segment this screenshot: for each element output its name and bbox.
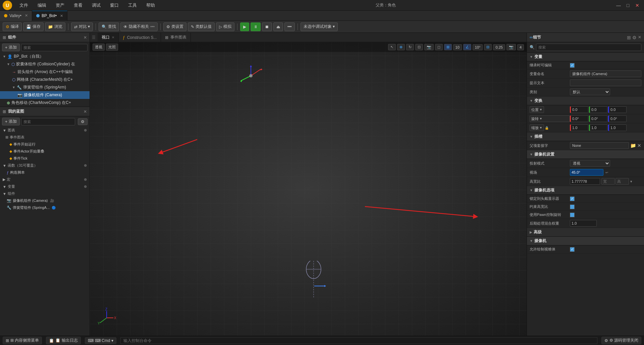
menu-tools[interactable]: 工具 (126, 2, 139, 9)
prop-aspect-h-input[interactable] (615, 178, 629, 185)
menu-window[interactable]: 窗口 (108, 2, 121, 9)
tab-valley[interactable]: Valley• ✕ (0, 11, 32, 21)
slots-section-header[interactable]: ▼ 插槽 (527, 132, 644, 141)
rotate-button[interactable]: ↻ (406, 44, 414, 50)
transform-section-header[interactable]: ▼ 变换 (527, 97, 644, 105)
socket-browse-icon[interactable]: 📁 (630, 143, 636, 148)
components-search-input[interactable] (21, 44, 88, 51)
camera-settings-section-header[interactable]: ▼ 摄像机设置 (527, 150, 644, 159)
angle-value[interactable]: 10° (473, 44, 483, 50)
scale-x-input[interactable] (570, 124, 588, 131)
prop-draw-frustum-checkbox[interactable] (570, 247, 575, 252)
cmd-button[interactable]: ⌨ ⌨ Cmd ▾ (85, 337, 116, 344)
prop-post-blend-input[interactable] (570, 220, 597, 227)
fov-reset-icon[interactable]: ↩ (605, 171, 608, 174)
tree-item-mesh[interactable]: ⬡ 网格体 (CharacterMesh0) 在C+ (0, 76, 90, 83)
camera-options-section-header[interactable]: ▼ 摄像机选项 (527, 186, 644, 195)
components-close-button[interactable]: ✕ (84, 35, 87, 40)
bp-components-section-header[interactable]: ▼ 组件 (0, 190, 90, 197)
close-button[interactable]: ✕ (633, 1, 641, 9)
translate-button[interactable]: ⊕ (397, 44, 405, 50)
grid-toggle-button[interactable]: ⊞ (444, 44, 452, 50)
pause-button[interactable]: ⏸ (251, 22, 261, 31)
content-drawer-button[interactable]: ⊞ ⊞ 内容侧滑菜单 (3, 337, 42, 344)
location-dropdown[interactable]: 位置▼ (530, 106, 544, 113)
debug-target-dropdown[interactable]: 未选中调试对象 ▾ (301, 22, 338, 31)
bp-macros-header[interactable]: ▶ 宏 ⊕ (0, 176, 90, 183)
detail-search-input[interactable] (536, 44, 641, 51)
browse-button[interactable]: 📁 浏览 (45, 22, 65, 31)
detail-grid-icon[interactable]: ⊞ (627, 35, 631, 40)
scale-button[interactable]: ⊡ (415, 44, 423, 50)
tab-event-graph[interactable]: ⊞ 事件图表 (161, 33, 191, 42)
bp-event-actor-overlap[interactable]: ◆ 事件Actor开始重叠 (0, 148, 90, 155)
tab-viewport[interactable]: 视口 ✕ (98, 33, 119, 42)
select-mode-button[interactable]: ↖ (388, 44, 396, 50)
advanced-section-header[interactable]: ▶ 高级 (527, 228, 644, 237)
viewport-menu-button[interactable]: ☰ (90, 35, 98, 40)
menu-debug[interactable]: 调试 (90, 2, 103, 9)
camera-button[interactable]: 📷 (424, 44, 434, 50)
tree-item-arrow[interactable]: → 箭头组件 (Arrow) 在C++中编辑 (0, 68, 90, 76)
hide-button[interactable]: 👁 隐藏不相关 ••• (120, 22, 158, 31)
grid-value[interactable]: 10 (453, 44, 462, 50)
prop-aspect-input[interactable] (570, 178, 600, 185)
bp-macros-add[interactable]: ⊕ (84, 177, 87, 182)
blueprint-search-input[interactable] (21, 118, 75, 125)
prop-var-name-input[interactable] (570, 70, 641, 77)
tab-bp-bot[interactable]: BP_Bot• ✕ (32, 11, 67, 21)
bp-graphs-header[interactable]: ▼ 图表 ⊕ (0, 127, 90, 134)
prop-lock-hmd-checkbox[interactable] (570, 196, 575, 201)
prop-inherit-checkbox[interactable] (570, 63, 575, 68)
output-log-button[interactable]: 📋 📋 输出日志 (46, 337, 80, 344)
tab-construction[interactable]: ƒ Construction S... (119, 33, 161, 42)
prop-pawn-checkbox[interactable] (570, 213, 575, 217)
prop-category-select[interactable]: 默认 (570, 89, 610, 95)
rotation-x-input[interactable] (570, 115, 588, 122)
tree-item-collision[interactable]: ▼ ⬡ 胶囊体组件 (CollisionCylinder) 在 (0, 60, 90, 68)
tree-item-camera[interactable]: 📷 摄像机组件 (Camera) (0, 91, 90, 99)
bp-variables-add[interactable]: ⊕ (84, 184, 87, 189)
minimize-button[interactable]: — (614, 1, 623, 9)
location-z-input[interactable] (608, 106, 627, 113)
tree-item-spring-arm[interactable]: ▼ 🔧 弹簧臂组件 (SpringArm) (0, 83, 90, 91)
socket-clear-icon[interactable]: ✕ (637, 143, 641, 148)
bp-variables-header[interactable]: ▼ 变量 ⊕ (0, 183, 90, 190)
bp-camera-component-item[interactable]: 📷 摄像机组件 (Camera) 🎥 (0, 197, 90, 204)
detail-settings-icon[interactable]: ⚙ (632, 35, 637, 40)
play-button[interactable]: ▶ (240, 22, 249, 31)
stop-button[interactable]: ⏹ (262, 22, 272, 31)
save-button[interactable]: 💾 保存 (23, 22, 44, 31)
scale-value[interactable]: 0.25 (493, 44, 505, 50)
detail-close-button[interactable]: ✕ (638, 35, 641, 40)
bp-spring-arm-item[interactable]: 🔧 弹簧臂组件 (SpringA... 🔵 (0, 204, 90, 211)
eject-button[interactable]: ⏏ (273, 22, 283, 31)
variables-section-header[interactable]: ▼ 变量 (527, 53, 644, 61)
bp-event-begin-play[interactable]: ◆ 事件开始运行 (0, 141, 90, 148)
menu-file[interactable]: 文件 (17, 2, 30, 9)
bp-construct-script[interactable]: ƒ 构造脚本 (0, 169, 90, 176)
scale-dropdown[interactable]: 缩放▼ (530, 124, 544, 131)
camera-speed-button[interactable]: 📷 (506, 44, 516, 50)
maximize-button[interactable]: □ (624, 1, 632, 9)
menu-help[interactable]: 帮助 (144, 2, 157, 9)
location-x-input[interactable] (570, 106, 588, 113)
camera-speed-value[interactable]: 4 (517, 44, 524, 50)
find-button[interactable]: 🔍 查找 (99, 22, 119, 31)
simulate-button[interactable]: ▷ 模拟 (216, 22, 234, 31)
rotation-y-input[interactable] (589, 115, 607, 122)
prop-fov-input[interactable] (570, 169, 603, 176)
blueprint-settings-button[interactable]: ⚙ (78, 118, 88, 125)
bp-event-graph-header[interactable]: ⊞ 事件图表 (0, 134, 90, 141)
menu-view[interactable]: 查看 (72, 2, 85, 9)
prop-projection-select[interactable]: 透视 (570, 160, 610, 167)
rotation-dropdown[interactable]: 旋转▼ (530, 115, 570, 122)
compile-button[interactable]: ⚙ 编译 (3, 22, 22, 31)
angle-toggle-button[interactable]: ∠ (463, 44, 471, 50)
rotation-z-input[interactable] (608, 115, 627, 122)
scale-z-input[interactable] (608, 124, 627, 131)
viewport-tab-close[interactable]: ✕ (112, 36, 114, 39)
perspective-button[interactable]: 透视 (93, 44, 105, 51)
prop-aspect-w-input[interactable] (601, 178, 615, 185)
valley-tab-close[interactable]: ✕ (25, 13, 28, 18)
